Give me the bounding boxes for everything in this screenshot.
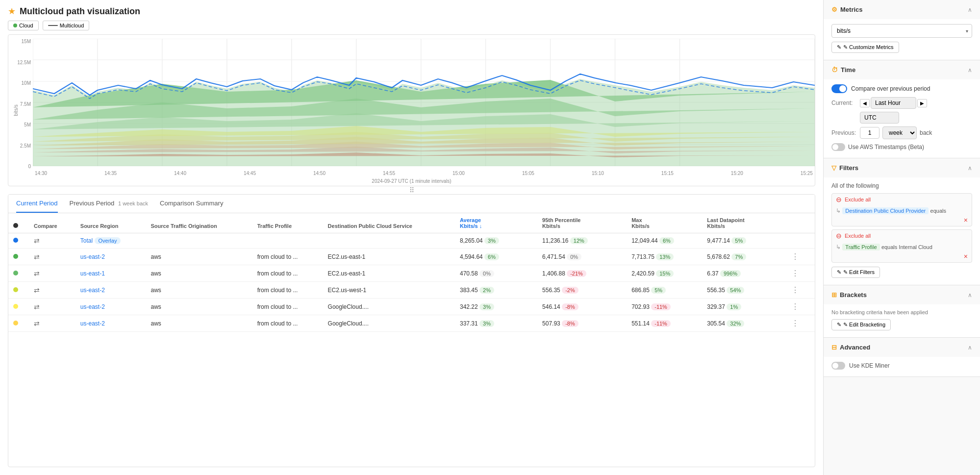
compare-arrow[interactable]: ⇄ <box>34 303 40 311</box>
table-row: ⇄ us-east-2 aws from cloud to ... EC2.us… <box>8 249 815 265</box>
filter-tag-traffic[interactable]: Traffic Profile <box>842 244 879 250</box>
tab-cloud[interactable]: Cloud <box>8 21 39 30</box>
col-header-last: Last DatapointKbits/s <box>702 213 784 233</box>
time-nav: ◀ Last Hour Last 3 Hours Last 6 Hours La… <box>860 97 927 109</box>
edit-bracketing-btn[interactable]: ✎ ✎ Edit Bracketing <box>831 319 891 330</box>
filter-tag-dest[interactable]: Destination Public Cloud Provider <box>842 207 929 214</box>
source-region-link[interactable]: us-east-2 <box>80 287 105 294</box>
table-tabs: Current Period Previous Period 1 week ba… <box>8 195 815 213</box>
pencil-icon: ✎ <box>837 269 841 275</box>
brackets-header[interactable]: ⊞ Brackets ∧ <box>824 285 980 304</box>
compare-arrow[interactable]: ⇄ <box>34 320 40 327</box>
metrics-select[interactable]: bits/s packets/s flows/s <box>831 24 972 38</box>
resize-icon: ⠿ <box>409 186 414 194</box>
sidebar: ⚙ Metrics ∧ bits/s packets/s flows/s ✎ ✎… <box>823 0 980 475</box>
collapse-advanced-btn[interactable]: ∧ <box>968 344 972 351</box>
chart-yunit: bits/s <box>13 104 19 116</box>
filter-delete-1[interactable]: × <box>964 216 968 224</box>
sidebar-section-time: ⏱ Time ∧ Compare over previous period Cu… <box>824 60 980 158</box>
advanced-icon: ⊟ <box>831 344 837 351</box>
col-header-traf-orig: Source Traffic Origination <box>146 213 252 233</box>
more-btn[interactable]: ⋮ <box>789 301 801 312</box>
col-header-dest: Destination Public Cloud Service <box>323 213 455 233</box>
sidebar-section-brackets: ⊞ Brackets ∧ No bracketing criteria have… <box>824 285 980 338</box>
edit-filters-btn[interactable]: ✎ ✎ Edit Filters <box>831 267 880 278</box>
col-header-avg[interactable]: AverageKbits/s ↓ <box>455 213 537 233</box>
collapse-metrics-btn[interactable]: ∧ <box>968 6 972 13</box>
table-row: ⇄ us-east-2 aws from cloud to ... Google… <box>8 315 815 332</box>
chart-xlabel: 2024-09-27 UTC (1 minute intervals) <box>8 178 815 184</box>
avg-badge: 3% <box>484 237 499 244</box>
source-region-link[interactable]: us-east-2 <box>80 303 105 310</box>
more-btn[interactable]: ⋮ <box>789 285 801 295</box>
filter-exclude-1: Exclude all <box>845 197 871 202</box>
col-header-source: Source Region <box>75 213 146 233</box>
table-row: ⇄ us-east-2 aws from cloud to ... Google… <box>8 299 815 315</box>
page-title: Multicloud path visualization <box>20 6 140 17</box>
filter-row-1: ⊖ Exclude all ↳ Destination Public Cloud… <box>831 193 972 226</box>
source-region-link[interactable]: us-east-2 <box>80 253 105 260</box>
collapse-filters-btn[interactable]: ∧ <box>968 165 972 172</box>
clock-icon: ⏱ <box>831 66 838 74</box>
filter-remove-2[interactable]: ⊖ <box>836 232 842 240</box>
resize-handle[interactable]: ⠿ <box>0 186 823 194</box>
table-row: ⇄ us-east-2 aws from cloud to ... EC2.us… <box>8 282 815 299</box>
col-header-max: MaxKbits/s <box>627 213 702 233</box>
time-prev-btn[interactable]: ◀ <box>860 99 870 107</box>
tab-comparison-summary[interactable]: Comparison Summary <box>160 195 223 213</box>
more-btn[interactable]: ⋮ <box>789 268 801 278</box>
tab-previous-period[interactable]: Previous Period 1 week back <box>70 195 149 213</box>
time-range-select[interactable]: Last Hour Last 3 Hours Last 6 Hours Last… <box>871 97 916 109</box>
filter-delete-2[interactable]: × <box>964 252 968 260</box>
chart-area: 15M 12.5M 10M 7.5M 5M 2.5M 0 <box>8 34 815 186</box>
previous-num-input[interactable] <box>860 127 879 139</box>
col-header-profile: Traffic Profile <box>252 213 323 233</box>
time-next-btn[interactable]: ▶ <box>917 99 927 107</box>
overlay-badge: Overlay <box>95 237 121 244</box>
table-row: ⇄ us-east-1 aws from cloud to ... EC2.us… <box>8 265 815 282</box>
filters-header[interactable]: ▽ Filters ∧ <box>824 158 980 177</box>
advanced-header[interactable]: ⊟ Advanced ∧ <box>824 338 980 357</box>
source-region-link[interactable]: Total <box>80 237 93 244</box>
compare-arrow[interactable]: ⇄ <box>34 237 40 245</box>
tab-multicloud[interactable]: Multicloud <box>43 21 90 30</box>
filter-icon: ▽ <box>831 164 836 172</box>
collapse-brackets-btn[interactable]: ∧ <box>968 292 972 299</box>
source-region-link[interactable]: us-east-1 <box>80 270 105 277</box>
compare-arrow[interactable]: ⇄ <box>34 286 40 294</box>
sidebar-section-advanced: ⊟ Advanced ∧ Use KDE Miner <box>824 338 980 377</box>
sidebar-section-filters: ▽ Filters ∧ All of the following ⊖ Exclu… <box>824 158 980 285</box>
filter-row-2: ⊖ Exclude all ↳ Traffic Profile equals I… <box>831 229 972 263</box>
more-btn[interactable]: ⋮ <box>789 318 801 328</box>
time-header[interactable]: ⏱ Time ∧ <box>824 60 980 79</box>
filter-remove-1[interactable]: ⊖ <box>836 196 842 203</box>
chart-svg <box>33 39 815 166</box>
previous-unit-select[interactable]: week day month <box>882 126 917 139</box>
table-row: ⇄ Total Overlay 8,265.04 3% 11,236.16 12… <box>8 233 815 249</box>
sidebar-section-metrics: ⚙ Metrics ∧ bits/s packets/s flows/s ✎ ✎… <box>824 0 980 60</box>
timezone-select[interactable]: UTC Local <box>860 112 899 124</box>
kde-toggle[interactable] <box>831 362 845 370</box>
metrics-header[interactable]: ⚙ Metrics ∧ <box>824 0 980 19</box>
compare-arrow[interactable]: ⇄ <box>34 253 40 261</box>
aws-toggle[interactable] <box>831 143 845 151</box>
filter-exclude-2: Exclude all <box>845 233 871 239</box>
pencil-icon: ✎ <box>837 44 841 50</box>
customize-metrics-btn[interactable]: ✎ ✎ Customize Metrics <box>831 42 899 53</box>
pencil-icon: ✎ <box>837 322 841 328</box>
col-header-compare: Compare <box>29 213 75 233</box>
tab-current-period[interactable]: Current Period <box>16 195 58 213</box>
source-region-link[interactable]: us-east-2 <box>80 320 105 327</box>
col-header-p95: 95th PercentileKbits/s <box>537 213 627 233</box>
metrics-select-wrapper: bits/s packets/s flows/s <box>831 24 972 38</box>
data-table: Compare Source Region Source Traffic Ori… <box>8 213 815 332</box>
bracket-icon: ⊞ <box>831 291 837 299</box>
compare-toggle[interactable] <box>831 84 847 93</box>
table-section: Current Period Previous Period 1 week ba… <box>8 194 815 467</box>
collapse-time-btn[interactable]: ∧ <box>968 67 972 74</box>
compare-arrow[interactable]: ⇄ <box>34 270 40 277</box>
more-btn[interactable]: ⋮ <box>789 251 801 262</box>
gear-icon: ⚙ <box>831 6 837 13</box>
star-icon: ★ <box>8 6 16 17</box>
